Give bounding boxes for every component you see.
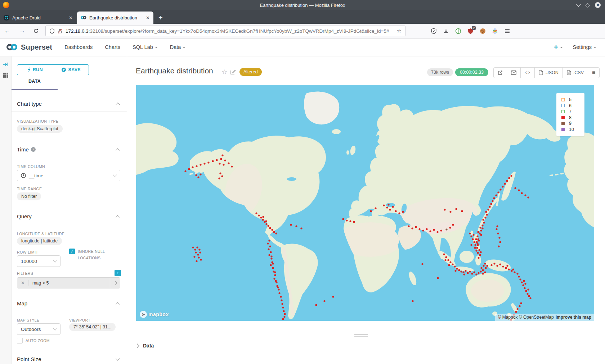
earthquake-dot[interactable] [267, 242, 269, 244]
earthquake-dot[interactable] [269, 227, 271, 229]
earthquake-dot[interactable] [200, 164, 201, 165]
earthquake-dot[interactable] [510, 175, 512, 177]
forward-button[interactable]: → [15, 27, 30, 35]
earthquake-dot[interactable] [454, 265, 456, 267]
earthquake-dot[interactable] [283, 310, 284, 312]
cookie-extension-icon[interactable] [480, 28, 486, 34]
earthquake-dot[interactable] [267, 225, 269, 227]
settings-menu[interactable]: Settings [573, 44, 596, 50]
checkbox-empty-icon[interactable] [17, 338, 23, 343]
earthquake-dot[interactable] [415, 226, 417, 228]
tab-close-icon[interactable]: ✕ [146, 15, 150, 21]
nav-data[interactable]: Data [170, 44, 186, 50]
earthquake-dot[interactable] [255, 212, 257, 214]
earthquake-dot[interactable] [444, 259, 446, 261]
adblock-shield-icon[interactable]: u 2 [467, 28, 474, 34]
earthquake-dot[interactable] [200, 259, 202, 260]
earthquake-dot[interactable] [315, 304, 317, 306]
earthquake-dot[interactable] [524, 194, 526, 196]
earthquake-dot[interactable] [198, 249, 200, 250]
earthquake-dot[interactable] [469, 232, 471, 234]
earthquake-dot[interactable] [437, 277, 439, 279]
earthquake-dot[interactable] [512, 268, 514, 270]
earthquake-dot[interactable] [502, 265, 504, 267]
earthquake-dot[interactable] [402, 211, 404, 213]
nav-sql-lab[interactable]: SQL Lab [133, 44, 158, 50]
earthquake-dot[interactable] [496, 228, 497, 230]
earthquake-dot[interactable] [282, 306, 284, 308]
earthquake-dot[interactable] [449, 227, 451, 228]
earthquake-dot[interactable] [524, 287, 525, 289]
earthquake-dot[interactable] [481, 224, 483, 226]
earthquake-dot[interactable] [323, 300, 325, 302]
earthquake-dot[interactable] [349, 220, 351, 222]
earthquake-dot[interactable] [475, 250, 477, 251]
earthquake-dot[interactable] [487, 209, 489, 210]
bookmark-star-icon[interactable]: ☆ [397, 28, 402, 34]
earthquake-dot[interactable] [445, 228, 447, 230]
earthquake-dot[interactable] [192, 166, 193, 168]
earthquake-dot[interactable] [278, 292, 280, 294]
earthquake-dot[interactable] [262, 216, 264, 218]
filter-chip[interactable]: ✕ mag > 5 [17, 278, 110, 288]
menu-hamburger-icon[interactable] [504, 28, 510, 34]
earthquake-dot[interactable] [508, 177, 510, 179]
earthquake-dot[interactable] [272, 263, 274, 264]
earthquake-dot[interactable] [273, 278, 275, 279]
checkbox-checked-icon[interactable]: ✓ [69, 249, 75, 254]
earthquake-dot[interactable] [199, 251, 201, 253]
earthquake-dot[interactable] [529, 297, 531, 299]
earthquake-dot[interactable] [282, 318, 284, 320]
earthquake-dot[interactable] [514, 187, 516, 189]
favorite-star-icon[interactable]: ☆ [221, 68, 227, 76]
earthquake-dot[interactable] [200, 173, 201, 175]
tab-close-icon[interactable]: ✕ [69, 15, 73, 21]
earthquake-dot[interactable] [422, 229, 424, 231]
earthquake-dot[interactable] [295, 225, 297, 227]
url-bar[interactable]: 172.18.0.3:32108/superset/explore/?form_… [45, 26, 405, 36]
earthquake-dot[interactable] [452, 263, 453, 265]
section-chart-type[interactable]: Chart type [17, 101, 121, 107]
ignore-null-option[interactable]: ✓ IGNORE NULL LOCATIONS [69, 249, 116, 261]
legend-item[interactable]: 10 [561, 127, 584, 133]
earthquake-dot[interactable] [508, 268, 510, 270]
earthquake-dot[interactable] [278, 288, 279, 290]
earthquake-dot[interactable] [418, 228, 420, 230]
export-csv-button[interactable]: .CSV [563, 68, 588, 78]
auto-zoom-option[interactable]: AUTO ZOOM [17, 338, 50, 343]
earthquake-dot[interactable] [375, 207, 376, 209]
earthquake-dot[interactable] [528, 295, 530, 297]
earthquake-dot[interactable] [486, 214, 488, 215]
earthquake-dot[interactable] [196, 165, 197, 167]
earthquake-dot[interactable] [221, 175, 223, 177]
earthquake-dot[interactable] [460, 270, 462, 272]
earthquake-dot[interactable] [519, 305, 520, 307]
earthquake-dot[interactable] [281, 299, 282, 301]
earthquake-dot[interactable] [452, 224, 454, 226]
earthquake-dot[interactable] [275, 232, 277, 234]
earthquake-dot[interactable] [499, 263, 501, 265]
earthquake-dot[interactable] [479, 232, 480, 234]
insecure-lock-icon[interactable] [58, 28, 63, 34]
earthquake-dot[interactable] [476, 247, 478, 249]
nav-dashboards[interactable]: Dashboards [64, 44, 93, 50]
earthquake-dot[interactable] [270, 251, 272, 253]
earthquake-dot[interactable] [212, 160, 214, 162]
map-style-select[interactable]: Outdoors [17, 323, 60, 335]
save-button[interactable]: SAVE [53, 65, 89, 75]
viewport-value[interactable]: 7° 35' 54.02" | 31... [69, 323, 116, 331]
earthquake-dot[interactable] [465, 270, 466, 272]
earthquake-dot[interactable] [203, 163, 205, 164]
earthquake-dot[interactable] [300, 227, 302, 229]
earthquake-dot[interactable] [474, 247, 476, 249]
earthquake-dot[interactable] [522, 284, 524, 286]
edit-title-icon[interactable] [230, 69, 236, 74]
earthquake-dot[interactable] [346, 219, 348, 221]
earthquake-dot[interactable] [274, 271, 276, 273]
earthquake-dot[interactable] [515, 311, 517, 313]
earthquake-dot[interactable] [469, 270, 471, 272]
earthquake-dot[interactable] [502, 186, 503, 187]
earthquake-dot[interactable] [198, 256, 200, 258]
earthquake-dot[interactable] [271, 229, 273, 231]
earthquake-dot[interactable] [447, 259, 449, 261]
